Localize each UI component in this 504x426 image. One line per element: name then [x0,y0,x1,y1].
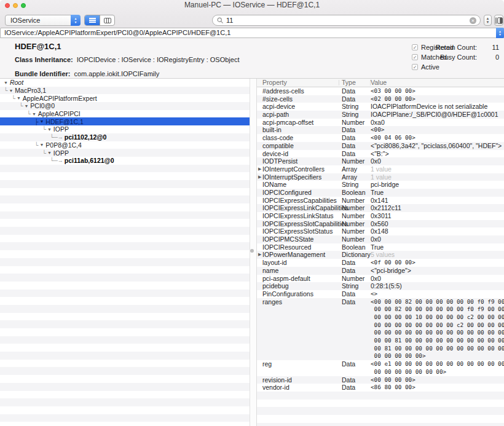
empty-row [0,227,250,235]
type-cell: Boolean [342,189,366,197]
minimize-button[interactable] [13,3,18,8]
disclosure-triangle-icon[interactable]: ▼ [17,96,21,100]
disclosure-triangle-icon[interactable]: ▼ [4,81,8,85]
property-cell: vendor-id [262,384,289,392]
tree-item[interactable]: ├▼HDEF@1C,1 [0,117,250,125]
table-row[interactable]: acpi-deviceStringIOACPIPlatformDevice is… [257,103,504,111]
tree-item[interactable]: └▼MacPro3,1 [0,87,250,95]
value-cell: 0x3011 [371,212,504,220]
column-header-type[interactable]: Type [342,79,356,87]
table-row[interactable]: pcidebugString0:28:1(5:5) [257,282,504,290]
tree-item[interactable]: └▼IOPP [0,125,250,133]
tree-item[interactable]: └▼AppleACPIPCI [0,110,250,118]
disclosure-triangle-icon[interactable]: ▼ [47,127,52,132]
table-row[interactable]: built-inData<00> [257,126,504,134]
disclosure-triangle-icon[interactable]: ▼ [9,89,13,93]
content-area: ▼Root└▼MacPro3,1└▼AppleACPIPlatformExper… [0,79,504,426]
table-row[interactable]: #size-cellsData<02 00 00 00> [257,95,504,103]
table-row[interactable]: IOPCIExpressCapabilitiesNumber0x141 [257,197,504,205]
table-row[interactable]: vendor-idData<86 80 00 00> [257,384,504,392]
disclosure-triangle-icon[interactable]: ▼ [32,112,36,116]
inspector-toggle-button[interactable] [494,15,503,26]
column-header-property[interactable]: Property [262,79,287,87]
list-view-button[interactable] [85,15,100,25]
table-row[interactable]: class-codeData<00 04 06 00> [257,134,504,142]
empty-row [0,266,250,274]
value-cell: <"B:"> [371,150,504,158]
property-cell: #size-cells [262,95,293,103]
divider-handle-icon[interactable] [250,249,254,253]
column-separator[interactable] [370,80,371,85]
table-row[interactable]: #address-cellsData<03 00 00 00> [257,87,504,95]
table-row[interactable]: revision-idData<00 00 00 00> [257,376,504,384]
table-row[interactable]: ▶IOPowerManagementDictionary5 values [257,251,504,259]
search-result-stepper[interactable]: ▲▼ [484,15,492,26]
empty-row [0,195,250,203]
tree-item[interactable]: └─→pci11ab,6121@0 [0,157,250,165]
title-bar[interactable]: Manuel-PC — IOService — HDEF@1C,1 [0,0,504,10]
table-row[interactable]: ▶IOInterruptControllersArray1 value [257,165,504,173]
value-cell: True [371,189,504,197]
tree-item[interactable]: └▼IOPP [0,149,250,157]
registered-checkbox[interactable]: ✓ [412,44,418,50]
dropdown-stepper-icon[interactable]: ▲▼ [71,15,81,26]
column-header-value[interactable]: Value [371,79,387,87]
table-row[interactable]: nameData<"pci-bridge"> [257,267,504,275]
path-dropdown-stepper-icon[interactable]: ▲▼ [496,28,504,38]
table-row[interactable]: IOPCIExpressLinkCapabilitiesNumber0x2112… [257,204,504,212]
type-cell: Number [342,197,364,205]
property-cell: revision-id [262,376,292,384]
table-row[interactable]: IODTPersistNumber0x0 [257,157,504,165]
table-row[interactable]: device-idData<"B:"> [257,150,504,158]
table-row[interactable]: IOPCIResourcedBooleanTrue [257,243,504,251]
disclosure-triangle-icon[interactable]: ▼ [39,143,44,147]
table-row[interactable]: IONameStringpci-bridge [257,181,504,189]
active-checkbox[interactable]: ✓ [412,64,418,70]
tree-item[interactable]: └─→pci1102,12@0 [0,133,250,141]
table-row[interactable]: acpi-pmcap-offsetNumber0xa0 [257,119,504,127]
tree-item[interactable]: └▼AppleACPIPlatformExpert [0,94,250,102]
property-cell: device-id [262,150,288,158]
table-row[interactable]: acpi-pathStringIOACPIPlane:/_SB/PCI0@0/H… [257,111,504,119]
table-row[interactable]: layout-idData<0f 00 00 00> [257,259,504,267]
expand-icon[interactable]: ▶ [258,165,261,173]
tree-item[interactable]: └▼P0P8@1C,4 [0,141,250,149]
empty-row [0,235,250,243]
column-separator[interactable] [339,80,339,85]
table-row[interactable]: ▶IOInterruptSpecifiersArray1 value [257,173,504,181]
disclosure-triangle-icon[interactable]: ▼ [24,104,28,108]
tree-item[interactable]: └▼PCI0@0 [0,102,250,110]
disclosure-triangle-icon[interactable]: ▼ [47,151,52,155]
zoom-button[interactable] [21,3,26,8]
window-chrome: Manuel-PC — IOService — HDEF@1C,1 IOServ… [0,0,504,38]
close-button[interactable] [5,3,10,8]
empty-row [0,328,250,336]
clear-search-icon[interactable]: ✕ [470,17,476,24]
plane-select-dropdown[interactable]: IOService ▲▼ [5,15,81,26]
table-row[interactable]: IOPCIConfiguredBooleanTrue [257,189,504,197]
table-row[interactable]: PinConfigurationsData<> [257,290,504,298]
pane-divider[interactable] [250,79,257,426]
table-row[interactable]: rangesData<00 00 00 82 00 00 00 00 00 00… [257,298,504,361]
tree-item[interactable]: ▼Root [0,79,250,87]
table-row[interactable]: IOPCIExpressLinkStatusNumber0x3011 [257,212,504,220]
value-cell: <00 04 06 00> [371,134,504,142]
registry-path: IOService:/AppleACPIPlatformExpert/PCI0@… [4,29,230,36]
matched-checkbox[interactable]: ✓ [412,54,418,60]
search-field[interactable]: 11 ✕ [212,15,481,26]
search-input[interactable]: 11 [226,15,233,25]
table-row[interactable]: IOPCIExpressSlotStatusNumber0x148 [257,227,504,235]
column-view-button[interactable] [100,15,114,25]
empty-row [0,188,250,196]
table-row[interactable]: pci-aspm-defaultNumber0x0 [257,275,504,283]
expand-icon[interactable]: ▶ [258,251,261,259]
table-row[interactable]: IOPCIPMCSStateNumber0x0 [257,235,504,243]
disclosure-triangle-icon[interactable]: ▼ [39,119,44,124]
table-row[interactable]: compatibleData<"pci8086,3a42", "pciclass… [257,142,504,150]
type-cell: Array [342,173,357,181]
expand-icon[interactable]: ▶ [258,173,261,181]
traffic-lights [5,3,26,8]
table-row[interactable]: IOPCIExpressSlotCapabilitiesNumber0x560 [257,220,504,228]
table-row[interactable]: regData<00 e1 00 00 00 00 00 00 00 00 00… [257,360,504,376]
registry-path-bar[interactable]: IOService:/AppleACPIPlatformExpert/PCI0@… [0,28,504,38]
